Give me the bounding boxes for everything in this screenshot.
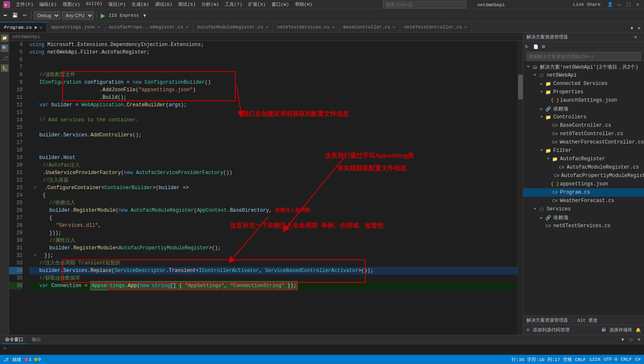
select-repo-icon[interactable]: 🏛 xyxy=(601,327,606,333)
tab-program-cs[interactable]: Program.cs ✱ ✕ xyxy=(0,22,47,32)
menu-extensions[interactable]: 扩展(X) xyxy=(246,1,268,8)
expand-icon: ▼ xyxy=(532,72,538,79)
activity-debug[interactable]: 🐛 xyxy=(1,64,8,72)
menu-window[interactable]: 窗口(W) xyxy=(269,1,292,8)
run-button[interactable]: ▶ xyxy=(99,12,107,19)
tree-filter[interactable]: ▼ 📁 Filter xyxy=(523,146,644,155)
panel-close-btn[interactable]: ✕ xyxy=(634,34,641,41)
tab-autofacmodule[interactable]: AutofacModuleRegister.cs ✕ xyxy=(193,22,273,32)
code-text[interactable]: using Microsoft.Extensions.DependencyInj… xyxy=(26,41,518,335)
error-status[interactable]: 1 0 xyxy=(25,357,41,362)
properties-btn[interactable]: ⚙ xyxy=(542,43,549,51)
toolbar-undo[interactable]: ↩ xyxy=(21,11,28,20)
tab-close-btn[interactable]: ✕ xyxy=(464,25,467,30)
sync-btn[interactable]: ↻ xyxy=(525,43,532,51)
solution-search-input[interactable] xyxy=(527,52,641,61)
menu-git[interactable]: Git(G) xyxy=(83,1,105,8)
git-branch-item[interactable]: ⎇ xyxy=(3,357,9,362)
add-to-source-label[interactable]: 添加到源代码管理 xyxy=(533,327,570,333)
run-arrow[interactable]: ▼ xyxy=(141,11,149,20)
maximize-btn[interactable]: □ xyxy=(626,2,631,8)
toolbar-back[interactable]: ⬅ xyxy=(2,11,9,20)
tab-net6test[interactable]: net6TestServices.cs ✕ xyxy=(273,22,339,32)
menu-view[interactable]: 视图(V) xyxy=(60,1,83,8)
tree-project-main[interactable]: ▼ ⬡ net6WebApi xyxy=(523,71,644,79)
line-ending-text[interactable]: CRLF xyxy=(621,357,631,362)
tree-label: WeatherForecastController.cs xyxy=(560,139,644,145)
encoding-text[interactable]: UTF-8 xyxy=(603,357,617,362)
tree-net6testcontroller[interactable]: ▶ C# net6TestController.cs xyxy=(523,130,644,138)
panel-close-btn[interactable]: ✕ xyxy=(636,335,642,344)
minimize-btn[interactable]: — xyxy=(616,2,622,8)
git-changes-label[interactable]: Git 更改 xyxy=(578,317,598,323)
menu-debug[interactable]: 调试(D) xyxy=(153,1,175,8)
tab-output[interactable]: 输出 xyxy=(28,336,44,343)
panel-minimize-btn[interactable]: ▼ xyxy=(619,335,626,344)
tab-modified-icon: ✱ xyxy=(34,25,37,30)
live-share-btn[interactable]: Live Share xyxy=(573,2,601,7)
tree-autofacregister[interactable]: ▼ 📁 AutofacRegister xyxy=(523,155,644,163)
tree-autofacmoduleregister[interactable]: ▶ C# AutofacModuleRegister.cs xyxy=(523,163,644,172)
tree-launchsettings[interactable]: ▶ { } launchSettings.json xyxy=(523,96,644,105)
menu-file[interactable]: 文件(F) xyxy=(13,1,36,8)
tree-solution-root[interactable]: ▼ 🗂 解决方案'net6WebApi'(2个项目，共2个) xyxy=(523,63,644,71)
debug-mode-select[interactable]: Debug xyxy=(34,11,60,20)
activity-git[interactable]: ⎇ xyxy=(1,54,8,62)
menu-edit[interactable]: 编辑(E) xyxy=(37,1,59,8)
tab-close-btn[interactable]: ✕ xyxy=(266,25,268,30)
cs-icon: C# xyxy=(558,164,565,171)
show-all-files-btn[interactable]: 📄 xyxy=(533,43,541,51)
tab-close-btn[interactable]: ✕ xyxy=(186,25,188,30)
tab-close-btn[interactable]: ✕ xyxy=(97,25,100,30)
tree-weathercontroller[interactable]: ▶ C# WeatherForecastController.cs xyxy=(523,138,644,146)
tree-basecontroller[interactable]: ▶ C# BaseController.cs xyxy=(523,121,644,130)
tree-appsettings[interactable]: ▶ { } appsettings.json xyxy=(523,180,644,188)
menu-build[interactable]: 生成(B) xyxy=(129,1,152,8)
tree-properties[interactable]: ▼ 📁 Properties xyxy=(523,88,644,96)
command-window-content: > xyxy=(0,344,644,355)
tree-net6testservices[interactable]: ▶ C# net6TestServices.cs xyxy=(523,222,644,230)
close-all-tabs-btn[interactable]: ✕ xyxy=(636,24,642,32)
tab-close-btn[interactable]: ✕ xyxy=(393,25,395,30)
user-icon[interactable]: 👤 xyxy=(607,2,613,7)
panel-maximize-btn[interactable]: □ xyxy=(628,335,634,344)
tab-close-btn[interactable]: ✕ xyxy=(332,25,334,30)
code-body[interactable]: 4 5 6 7 8 9 10 11 12 13 14 15 16 xyxy=(9,41,523,335)
tree-services-deps[interactable]: ▶ 🔗 依赖项 xyxy=(523,213,644,222)
tab-appsettings[interactable]: appsettings.json ✕ xyxy=(47,22,105,32)
tab-label: BaseController.cs xyxy=(344,25,390,30)
tab-autofacprope[interactable]: AutofacPrope...eRegister.cs ✕ xyxy=(104,22,193,32)
select-repo-label[interactable]: 选择存储库 xyxy=(609,327,632,333)
platform-select[interactable]: Any CPU xyxy=(62,11,94,20)
tab-list-btn[interactable]: ▼ xyxy=(628,24,636,32)
language-text[interactable]: C# xyxy=(635,357,641,362)
code-line-36: var Connection = Appsettings.App(new str… xyxy=(29,282,518,290)
activity-search[interactable]: 🔍 xyxy=(1,44,8,52)
tree-controllers[interactable]: ▼ 📁 Controllers xyxy=(523,113,644,121)
tree-program-cs[interactable]: ▶ C# Program.cs xyxy=(523,188,644,197)
tab-net6testcontroller[interactable]: net6TestController.cs ✕ xyxy=(400,22,472,32)
json-icon: { } xyxy=(552,97,558,104)
warning-icon xyxy=(34,358,38,361)
menu-help[interactable]: 帮助(H) xyxy=(293,1,315,8)
tree-autofacpropregister[interactable]: ▶ C# AutofacPropertiyModuleRegister.cs xyxy=(523,172,644,180)
menu-test[interactable]: 测试(S) xyxy=(176,1,198,8)
notification-icon[interactable]: 🔔 xyxy=(636,328,641,333)
toolbar-save[interactable]: 💾 xyxy=(10,11,20,20)
tree-connected-services[interactable]: ▶ 📁 Connected Services xyxy=(523,79,644,88)
search-input[interactable] xyxy=(383,1,466,8)
tree-deps[interactable]: ▶ 🔗 依赖项 xyxy=(523,105,644,113)
activity-explorer[interactable]: 📁 xyxy=(1,34,8,42)
run-label: IIS Express xyxy=(109,13,139,18)
tab-command-window[interactable]: 命令窗口 xyxy=(2,336,27,344)
vertical-scrollbar[interactable] xyxy=(518,41,523,335)
tab-close-btn[interactable]: ✕ xyxy=(40,25,42,30)
close-btn[interactable]: ✕ xyxy=(635,2,641,8)
tab-basecontroller[interactable]: BaseController.cs ✕ xyxy=(339,22,400,32)
menu-project[interactable]: 项目(P) xyxy=(106,1,128,8)
solution-explorer-label[interactable]: 解决方案资源管理器 xyxy=(527,317,568,323)
menu-analyze[interactable]: 分析(N) xyxy=(199,1,221,8)
menu-tools[interactable]: 工具(T) xyxy=(222,1,245,8)
tree-services-project[interactable]: ▼ ⬡ Services xyxy=(523,205,644,213)
tree-weatherforecast[interactable]: ▶ C# WeatherForecast.cs xyxy=(523,197,644,205)
